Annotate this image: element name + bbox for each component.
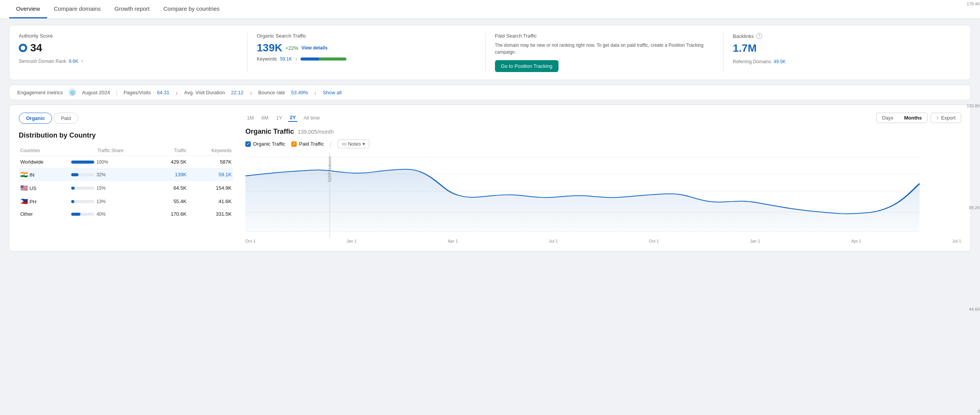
time-1m[interactable]: 1M bbox=[245, 114, 255, 121]
backlinks-value: 1.7M bbox=[733, 42, 952, 54]
chart-area: SERP features bbox=[245, 153, 961, 237]
country-cell: 🇺🇸US bbox=[19, 181, 70, 195]
authority-score-value: 34 bbox=[19, 42, 238, 54]
col-traffic-share: Traffic Share bbox=[70, 146, 152, 156]
authority-circle-icon bbox=[19, 44, 27, 52]
col-countries: Countries bbox=[19, 146, 70, 156]
top-navigation: Overview Compare domains Growth report C… bbox=[0, 0, 980, 19]
left-panel: Organic Paid Distribution by Country Cou… bbox=[19, 113, 233, 243]
y-label-2: 89.2K bbox=[961, 205, 980, 210]
organic-paid-toggle: Organic Paid bbox=[19, 113, 233, 124]
engagement-bar: Engagement metrics 🌐 August 2024 | Pages… bbox=[9, 85, 971, 100]
keywords-cell: 41.6K bbox=[188, 195, 233, 208]
organic-search-block: Organic Search Traffic 139K +22% View de… bbox=[248, 33, 486, 72]
paid-legend[interactable]: ✓ Paid Traffic bbox=[291, 141, 324, 147]
paid-check-icon: ✓ bbox=[291, 141, 297, 147]
traffic-share-cell: 40% bbox=[70, 208, 152, 220]
authority-score-sub: Semrush Domain Rank 9.6K ↑ bbox=[19, 59, 238, 64]
traffic-cell: 429.5K bbox=[152, 156, 188, 168]
country-cell: Other bbox=[19, 208, 70, 220]
traffic-cell[interactable]: 139K bbox=[152, 168, 188, 181]
traffic-share-cell: 15% bbox=[70, 181, 152, 195]
show-all-link[interactable]: Show all bbox=[323, 90, 341, 95]
chart-title-row: Organic Traffic 139,005/month bbox=[245, 128, 961, 136]
traffic-share-cell: 100% bbox=[70, 156, 152, 168]
col-traffic: Traffic bbox=[152, 146, 188, 156]
chart-subtitle: 139,005/month bbox=[298, 129, 333, 135]
pages-visits-label: Pages/Visits bbox=[124, 90, 151, 95]
distribution-title: Distribution by Country bbox=[19, 131, 233, 139]
right-panel: 1M 6M 1Y 2Y All time Days Months ↑ Expor… bbox=[245, 113, 961, 243]
organic-toggle-btn[interactable]: Organic bbox=[19, 113, 52, 124]
authority-score-block: Authority Score 34 Semrush Domain Rank 9… bbox=[19, 33, 248, 72]
duration-down-arrow: ↓ bbox=[250, 90, 252, 95]
paid-toggle-btn[interactable]: Paid bbox=[54, 113, 78, 124]
bottom-card: Organic Paid Distribution by Country Cou… bbox=[9, 105, 971, 251]
x-label-6: Apr 1 bbox=[851, 239, 861, 243]
paid-legend-label: Paid Traffic bbox=[299, 141, 324, 147]
pages-down-arrow: ↓ bbox=[175, 90, 178, 95]
tab-compare-domains[interactable]: Compare domains bbox=[47, 0, 108, 18]
traffic-share-cell: 32% bbox=[70, 168, 152, 181]
bounce-down-arrow: ↓ bbox=[314, 90, 317, 95]
traffic-cell: 55.4K bbox=[152, 195, 188, 208]
paid-search-desc: The domain may be new or not ranking rig… bbox=[495, 42, 714, 56]
position-tracking-button[interactable]: Go to Position Tracking bbox=[495, 60, 559, 72]
keywords-cell: 331.5K bbox=[188, 208, 233, 220]
tab-compare-countries[interactable]: Compare by countries bbox=[157, 0, 227, 18]
organic-legend[interactable]: ✓ Organic Traffic bbox=[245, 141, 285, 147]
x-label-7: Jul 1 bbox=[952, 239, 961, 243]
main-content: Authority Score 34 Semrush Domain Rank 9… bbox=[0, 19, 980, 258]
chart-svg bbox=[245, 153, 961, 237]
organic-search-value: 139K +22% View details bbox=[257, 42, 476, 54]
globe-icon: 🌐 bbox=[69, 89, 76, 96]
time-6m[interactable]: 6M bbox=[260, 114, 270, 121]
x-label-2: Apr 1 bbox=[448, 239, 458, 243]
traffic-cell: 64.5K bbox=[152, 181, 188, 195]
table-row[interactable]: 🇺🇸US 15% 64.5K 154.9K bbox=[19, 181, 233, 195]
notes-button[interactable]: ▭ Notes ▾ bbox=[338, 139, 369, 148]
country-cell: 🇵🇭PH bbox=[19, 195, 70, 208]
x-label-4: Oct 1 bbox=[649, 239, 659, 243]
legend-row: ✓ Organic Traffic ✓ Paid Traffic | ▭ Not… bbox=[245, 139, 961, 148]
backlinks-block: Backlinks ? 1.7M Referring Domains 49.5K bbox=[724, 33, 961, 72]
country-cell: Worldwide bbox=[19, 156, 70, 168]
time-1y[interactable]: 1Y bbox=[274, 114, 284, 121]
chart-wrapper: SERP features bbox=[245, 153, 961, 243]
serp-label: SERP features bbox=[328, 157, 332, 182]
time-all[interactable]: All time bbox=[302, 114, 322, 121]
backlinks-info-icon[interactable]: ? bbox=[756, 33, 762, 39]
table-row[interactable]: 🇮🇳IN 32% 139K 59.1K bbox=[19, 168, 233, 181]
traffic-share-cell: 13% bbox=[70, 195, 152, 208]
export-icon: ↑ bbox=[936, 115, 939, 121]
table-row[interactable]: Other 40% 170.6K 331.5K bbox=[19, 208, 233, 220]
y-label-0: 178.4K bbox=[961, 2, 980, 6]
time-2y[interactable]: 2Y bbox=[288, 114, 297, 122]
y-axis-labels: 178.4K 133.8K 89.2K 44.6K 0 bbox=[961, 0, 980, 258]
months-btn[interactable]: Months bbox=[899, 113, 927, 123]
table-row[interactable]: Worldwide 100% 429.5K 587K bbox=[19, 156, 233, 168]
traffic-cell: 170.6K bbox=[152, 208, 188, 220]
organic-legend-label: Organic Traffic bbox=[253, 141, 285, 147]
keywords-cell: 154.9K bbox=[188, 181, 233, 195]
time-filter: 1M 6M 1Y 2Y All time bbox=[245, 114, 322, 122]
notes-icon: ▭ bbox=[342, 141, 346, 147]
organic-check-icon: ✓ bbox=[245, 141, 251, 147]
x-label-5: Jan 1 bbox=[750, 239, 760, 243]
days-btn[interactable]: Days bbox=[877, 113, 899, 123]
engagement-label: Engagement metrics bbox=[17, 90, 63, 95]
x-label-1: Jan 1 bbox=[346, 239, 357, 243]
authority-score-label: Authority Score bbox=[19, 33, 238, 39]
days-months-toggle: Days Months bbox=[876, 113, 928, 123]
tab-growth-report[interactable]: Growth report bbox=[108, 0, 157, 18]
backlinks-label: Backlinks ? bbox=[733, 33, 952, 39]
table-row[interactable]: 🇵🇭PH 13% 55.4K 41.6K bbox=[19, 195, 233, 208]
tab-overview[interactable]: Overview bbox=[9, 0, 47, 18]
export-button[interactable]: ↑ Export bbox=[931, 113, 961, 123]
view-details-link[interactable]: View details bbox=[301, 45, 327, 51]
x-label-0: Oct 1 bbox=[245, 239, 255, 243]
backlinks-sub: Referring Domains 49.5K bbox=[733, 59, 952, 64]
keywords-cell[interactable]: 59.1K bbox=[188, 168, 233, 181]
country-cell: 🇮🇳IN bbox=[19, 168, 70, 181]
bounce-rate-label: Bounce rate bbox=[258, 90, 285, 95]
